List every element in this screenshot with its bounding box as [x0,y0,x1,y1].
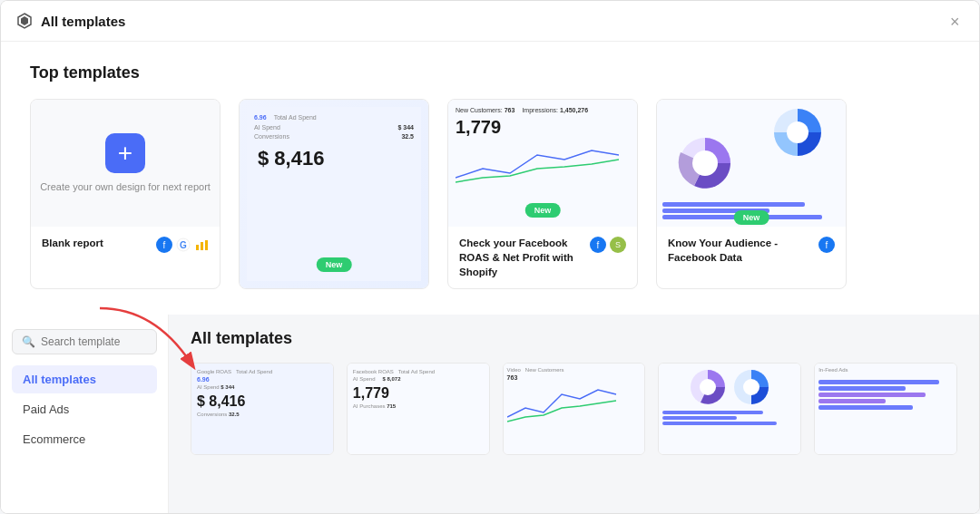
roas-impressions: Impressions: 1,450,276 [522,107,588,113]
small-card-1[interactable]: Google ROAS Total Ad Spend 6.96 AI Spend… [191,363,334,455]
facebook-icon-4: f [818,237,835,253]
pie-chart-2 [754,105,840,160]
search-box[interactable]: 🔍 [12,329,157,354]
new-badge-health: New [317,257,352,272]
sidebar-item-ecommerce[interactable]: Ecommerce [12,425,157,453]
roas-preview: New Customers: 763 Impressions: 1,450,27… [448,100,637,227]
search-icon: 🔍 [22,335,35,348]
template-name-roas: Check your Facebook ROAS & Net Profit wi… [459,236,584,279]
template-card-audience[interactable]: New Know Your Audience - Facebook Data f [656,99,847,289]
small-card-3[interactable]: Video New Customers 763 [503,363,646,455]
blank-label: Create your own design for next report [40,180,211,193]
sidebar-label-all: All templates [23,373,96,386]
template-name-blank: Blank report [42,236,151,250]
template-icons-roas: f S [590,237,626,253]
svg-text:G: G [180,240,187,250]
small-card-5[interactable]: In-Feed Ads [814,363,957,455]
svg-point-14 [700,379,716,395]
health-label2: Total Ad Spend [274,114,317,121]
template-icons-audience: f [818,237,835,253]
small-preview-4 [659,364,800,454]
health-row2-key: Conversions [254,133,289,140]
template-icons-blank: f G [156,237,209,253]
sc5-bar1 [818,380,939,384]
content-area: Top templates + Create your own design f… [1,42,979,513]
sc4-pie1 [688,367,728,407]
sc1-label: Google ROAS Total Ad Spend [197,369,328,374]
sc4-bar3 [662,422,777,425]
blank-preview: + Create your own design for next report [31,100,220,227]
small-card-2[interactable]: Facebook ROAS Total Ad Spend AI Spend $ … [347,363,490,455]
sc1-val: 6.96 [197,376,328,383]
sidebar-item-paid-ads[interactable]: Paid Ads [12,395,157,423]
roas-new-cust: New Customers: 763 [456,107,514,113]
small-card-4[interactable] [658,363,801,455]
new-badge-audience: New [734,210,769,225]
pie-svg-2 [770,105,825,160]
sc5-label: In-Feed Ads [818,367,953,373]
titlebar-left: All templates [15,12,125,30]
sc2-label: Facebook ROAS Total Ad Spend [353,369,484,374]
health-top-rows: 6.96 Total Ad Spend [254,114,414,121]
sidebar: 🔍 All templates Paid Ads Ecommerce [1,315,169,513]
small-preview-3: Video New Customers 763 [504,364,645,454]
sc5-bar4 [818,399,886,403]
facebook-icon: f [156,237,172,253]
template-footer-blank: Blank report f G [31,227,220,262]
sc2-big: 1,779 [353,385,484,402]
template-name-audience: Know Your Audience - Facebook Data [668,236,813,265]
bar-1 [662,202,805,207]
top-section-title: Top templates [30,63,950,82]
sidebar-item-all-templates[interactable]: All templates [12,365,157,393]
sidebar-label-ecommerce: Ecommerce [23,432,85,446]
all-templates-main: All templates Google ROAS Total Ad Spend… [169,315,979,513]
health-row2: Conversions 32.5 [254,133,414,140]
top-templates-grid: + Create your own design for next report… [30,99,950,289]
roas-chart: New Customers: 763 Impressions: 1,450,27… [448,100,637,227]
svg-rect-5 [201,242,203,250]
app-window: All templates × Top templates + Create y… [0,0,980,514]
health-label1: 6.96 [254,114,267,121]
sc5-bars [818,380,953,410]
template-card-blank[interactable]: + Create your own design for next report… [30,99,220,289]
sc2-row: AI Spend $ 8,072 [353,376,484,382]
template-card-roas[interactable]: New Customers: 763 Impressions: 1,450,27… [447,99,638,289]
roas-number: 1,779 [456,117,630,138]
sc1-big: $ 8,416 [197,393,328,410]
template-footer-roas: Check your Facebook ROAS & Net Profit wi… [448,227,637,288]
health-row2-val: 32.5 [401,133,414,140]
search-input[interactable] [41,335,147,348]
google-icon: G [176,238,191,252]
audience-preview: New [657,100,846,227]
sc3-label: Video New Customers [507,367,642,373]
template-footer-audience: Know Your Audience - Facebook Data f [657,227,846,274]
svg-point-16 [743,379,760,395]
sc4-bars [662,411,797,425]
svg-point-12 [787,121,808,143]
bar-chart-icon [194,238,209,252]
plus-icon: + [105,133,145,173]
new-badge-roas: New [525,203,561,218]
blank-preview-content: + Create your own design for next report [40,133,211,193]
sc4-bar1 [662,411,763,414]
audience-chart: New [657,100,846,227]
small-preview-1: Google ROAS Total Ad Spend 6.96 AI Spend… [191,364,333,454]
health-chart: 6.96 Total Ad Spend AI Spend $ 344 Conve… [247,107,421,281]
sc4-pies [662,367,797,407]
template-card-health[interactable]: 6.96 Total Ad Spend AI Spend $ 344 Conve… [239,99,429,289]
sc1-conv: Conversions 32.5 [197,412,328,417]
svg-marker-1 [21,16,28,25]
shopify-icon: S [610,237,626,253]
sc4-bar2 [662,416,736,420]
close-button[interactable]: × [950,14,965,28]
health-row1: AI Spend $ 344 [254,124,414,131]
svg-rect-4 [196,245,199,250]
roas-line-chart [456,141,619,187]
bottom-section: 🔍 All templates Paid Ads Ecommerce All t… [1,315,979,513]
pie-svg [676,134,735,193]
small-preview-5: In-Feed Ads [815,364,956,454]
sc5-bar5 [818,405,912,410]
all-templates-title: All templates [191,329,957,348]
sc3-line [507,381,642,426]
sidebar-label-paid: Paid Ads [23,402,69,416]
